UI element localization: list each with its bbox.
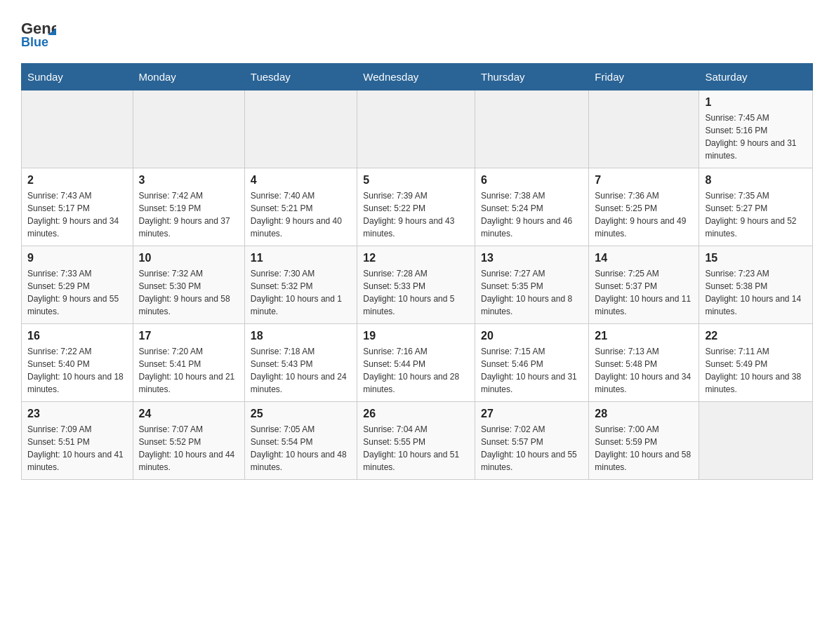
week-row-3: 9Sunrise: 7:33 AM Sunset: 5:29 PM Daylig… [22, 246, 813, 324]
day-info: Sunrise: 7:40 AM Sunset: 5:21 PM Dayligh… [251, 189, 352, 240]
calendar-cell [699, 402, 813, 480]
day-info: Sunrise: 7:28 AM Sunset: 5:33 PM Dayligh… [363, 267, 469, 318]
calendar-cell: 17Sunrise: 7:20 AM Sunset: 5:41 PM Dayli… [133, 324, 244, 402]
day-headers-row: SundayMondayTuesdayWednesdayThursdayFrid… [22, 64, 813, 90]
day-number: 12 [363, 252, 469, 264]
logo-icon: General Blue [21, 14, 56, 49]
calendar-cell [475, 90, 589, 168]
day-header-friday: Friday [589, 64, 699, 90]
day-info: Sunrise: 7:27 AM Sunset: 5:35 PM Dayligh… [481, 267, 583, 318]
calendar-cell: 25Sunrise: 7:05 AM Sunset: 5:54 PM Dayli… [244, 402, 357, 480]
calendar-cell [589, 90, 699, 168]
calendar-cell: 24Sunrise: 7:07 AM Sunset: 5:52 PM Dayli… [133, 402, 244, 480]
day-info: Sunrise: 7:16 AM Sunset: 5:44 PM Dayligh… [363, 345, 469, 396]
day-info: Sunrise: 7:32 AM Sunset: 5:30 PM Dayligh… [139, 267, 239, 318]
day-info: Sunrise: 7:05 AM Sunset: 5:54 PM Dayligh… [251, 423, 352, 474]
day-info: Sunrise: 7:11 AM Sunset: 5:49 PM Dayligh… [705, 345, 807, 396]
day-info: Sunrise: 7:39 AM Sunset: 5:22 PM Dayligh… [363, 189, 469, 240]
calendar-cell: 3Sunrise: 7:42 AM Sunset: 5:19 PM Daylig… [133, 168, 244, 246]
day-info: Sunrise: 7:13 AM Sunset: 5:48 PM Dayligh… [595, 345, 693, 396]
calendar-cell: 4Sunrise: 7:40 AM Sunset: 5:21 PM Daylig… [244, 168, 357, 246]
day-number: 1 [705, 96, 807, 109]
day-info: Sunrise: 7:45 AM Sunset: 5:16 PM Dayligh… [705, 112, 807, 162]
day-header-saturday: Saturday [699, 64, 813, 90]
calendar-cell: 13Sunrise: 7:27 AM Sunset: 5:35 PM Dayli… [475, 246, 589, 324]
day-number: 5 [363, 174, 469, 187]
day-number: 4 [251, 174, 352, 187]
day-header-wednesday: Wednesday [357, 64, 475, 90]
calendar-table: SundayMondayTuesdayWednesdayThursdayFrid… [21, 63, 813, 480]
day-info: Sunrise: 7:18 AM Sunset: 5:43 PM Dayligh… [251, 345, 352, 396]
calendar-cell [22, 90, 133, 168]
calendar-cell: 8Sunrise: 7:35 AM Sunset: 5:27 PM Daylig… [699, 168, 813, 246]
day-number: 28 [595, 408, 693, 420]
day-number: 20 [481, 330, 583, 342]
calendar-cell: 6Sunrise: 7:38 AM Sunset: 5:24 PM Daylig… [475, 168, 589, 246]
day-number: 21 [595, 330, 693, 342]
calendar-cell: 15Sunrise: 7:23 AM Sunset: 5:38 PM Dayli… [699, 246, 813, 324]
svg-text:Blue: Blue [21, 35, 48, 49]
day-number: 8 [705, 174, 807, 187]
calendar-cell: 12Sunrise: 7:28 AM Sunset: 5:33 PM Dayli… [357, 246, 475, 324]
calendar-cell: 19Sunrise: 7:16 AM Sunset: 5:44 PM Dayli… [357, 324, 475, 402]
day-number: 27 [481, 408, 583, 420]
calendar-cell: 23Sunrise: 7:09 AM Sunset: 5:51 PM Dayli… [22, 402, 133, 480]
day-number: 10 [139, 252, 239, 264]
calendar-cell: 10Sunrise: 7:32 AM Sunset: 5:30 PM Dayli… [133, 246, 244, 324]
calendar-cell: 28Sunrise: 7:00 AM Sunset: 5:59 PM Dayli… [589, 402, 699, 480]
day-number: 14 [595, 252, 693, 264]
day-info: Sunrise: 7:00 AM Sunset: 5:59 PM Dayligh… [595, 423, 693, 474]
day-info: Sunrise: 7:09 AM Sunset: 5:51 PM Dayligh… [27, 423, 127, 474]
day-info: Sunrise: 7:42 AM Sunset: 5:19 PM Dayligh… [139, 189, 239, 240]
day-info: Sunrise: 7:25 AM Sunset: 5:37 PM Dayligh… [595, 267, 693, 318]
day-number: 16 [27, 330, 127, 342]
calendar-cell: 9Sunrise: 7:33 AM Sunset: 5:29 PM Daylig… [22, 246, 133, 324]
week-row-4: 16Sunrise: 7:22 AM Sunset: 5:40 PM Dayli… [22, 324, 813, 402]
day-header-sunday: Sunday [22, 64, 133, 90]
week-row-5: 23Sunrise: 7:09 AM Sunset: 5:51 PM Dayli… [22, 402, 813, 480]
day-info: Sunrise: 7:22 AM Sunset: 5:40 PM Dayligh… [27, 345, 127, 396]
day-number: 18 [251, 330, 352, 342]
page-header: General Blue [21, 14, 813, 49]
calendar-cell: 18Sunrise: 7:18 AM Sunset: 5:43 PM Dayli… [244, 324, 357, 402]
calendar-cell: 16Sunrise: 7:22 AM Sunset: 5:40 PM Dayli… [22, 324, 133, 402]
day-number: 26 [363, 408, 469, 420]
calendar-cell: 1Sunrise: 7:45 AM Sunset: 5:16 PM Daylig… [699, 90, 813, 168]
day-number: 15 [705, 252, 807, 264]
day-info: Sunrise: 7:33 AM Sunset: 5:29 PM Dayligh… [27, 267, 127, 318]
day-number: 7 [595, 174, 693, 187]
day-info: Sunrise: 7:35 AM Sunset: 5:27 PM Dayligh… [705, 189, 807, 240]
day-info: Sunrise: 7:04 AM Sunset: 5:55 PM Dayligh… [363, 423, 469, 474]
day-info: Sunrise: 7:36 AM Sunset: 5:25 PM Dayligh… [595, 189, 693, 240]
calendar-cell: 7Sunrise: 7:36 AM Sunset: 5:25 PM Daylig… [589, 168, 699, 246]
day-header-thursday: Thursday [475, 64, 589, 90]
day-number: 2 [27, 174, 127, 187]
day-number: 17 [139, 330, 239, 342]
day-info: Sunrise: 7:30 AM Sunset: 5:32 PM Dayligh… [251, 267, 352, 318]
day-number: 23 [27, 408, 127, 420]
day-number: 13 [481, 252, 583, 264]
day-info: Sunrise: 7:15 AM Sunset: 5:46 PM Dayligh… [481, 345, 583, 396]
day-info: Sunrise: 7:02 AM Sunset: 5:57 PM Dayligh… [481, 423, 583, 474]
calendar-cell: 20Sunrise: 7:15 AM Sunset: 5:46 PM Dayli… [475, 324, 589, 402]
day-number: 6 [481, 174, 583, 187]
day-info: Sunrise: 7:43 AM Sunset: 5:17 PM Dayligh… [27, 189, 127, 240]
calendar-cell: 14Sunrise: 7:25 AM Sunset: 5:37 PM Dayli… [589, 246, 699, 324]
calendar-cell: 26Sunrise: 7:04 AM Sunset: 5:55 PM Dayli… [357, 402, 475, 480]
day-number: 22 [705, 330, 807, 342]
day-info: Sunrise: 7:20 AM Sunset: 5:41 PM Dayligh… [139, 345, 239, 396]
day-info: Sunrise: 7:38 AM Sunset: 5:24 PM Dayligh… [481, 189, 583, 240]
week-row-1: 1Sunrise: 7:45 AM Sunset: 5:16 PM Daylig… [22, 90, 813, 168]
day-number: 9 [27, 252, 127, 264]
calendar-cell: 2Sunrise: 7:43 AM Sunset: 5:17 PM Daylig… [22, 168, 133, 246]
day-header-tuesday: Tuesday [244, 64, 357, 90]
calendar-cell [357, 90, 475, 168]
calendar-cell: 22Sunrise: 7:11 AM Sunset: 5:49 PM Dayli… [699, 324, 813, 402]
calendar-cell [244, 90, 357, 168]
day-header-monday: Monday [133, 64, 244, 90]
calendar-cell: 21Sunrise: 7:13 AM Sunset: 5:48 PM Dayli… [589, 324, 699, 402]
day-number: 25 [251, 408, 352, 420]
day-number: 3 [139, 174, 239, 187]
day-number: 19 [363, 330, 469, 342]
calendar-cell: 27Sunrise: 7:02 AM Sunset: 5:57 PM Dayli… [475, 402, 589, 480]
